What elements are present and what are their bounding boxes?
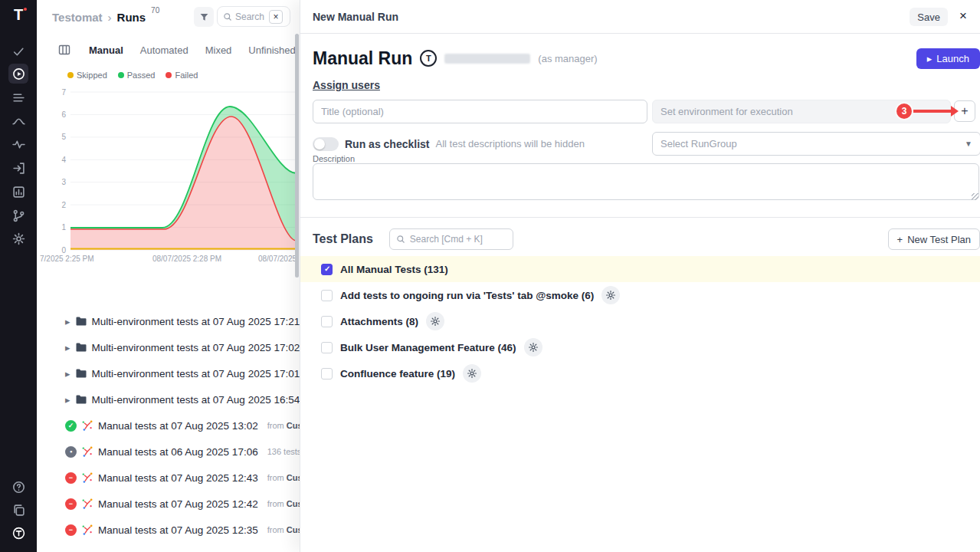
svg-text:5: 5 [61, 133, 66, 141]
test-plan-label[interactable]: Bulk User Management Feature (46) [340, 342, 516, 353]
checkbox-checked[interactable] [321, 264, 333, 275]
analytics-wave-icon[interactable] [8, 111, 28, 131]
help-icon[interactable] [8, 477, 28, 497]
assignee-avatar[interactable]: T [420, 50, 437, 67]
runs-tabs: Manual Automated Mixed Unfinished [37, 38, 300, 61]
test-list-icon[interactable] [8, 87, 28, 107]
run-meta: 136 tests [267, 447, 302, 456]
chevron-right-icon[interactable]: ▸ [65, 316, 70, 327]
run-label[interactable]: Multi-environment tests at 07 Aug 2025 1… [92, 368, 300, 380]
chevron-right-icon[interactable]: ▸ [65, 342, 70, 353]
folder-icon [75, 393, 87, 406]
runs-play-icon[interactable] [8, 64, 28, 84]
tab-manual[interactable]: Manual [89, 44, 123, 56]
run-label[interactable]: Manual tests at 07 Aug 2025 12:43 [98, 472, 258, 484]
test-plan-label[interactable]: All Manual Tests (131) [340, 264, 448, 275]
chevron-right-icon[interactable]: ▸ [65, 368, 70, 380]
new-test-plan-button[interactable]: +New Test Plan [888, 228, 980, 250]
gear-icon [605, 290, 616, 301]
test-plans-search-input[interactable] [410, 234, 494, 245]
runs-search-input[interactable] [235, 12, 266, 22]
breadcrumb-app[interactable]: Testomat [52, 11, 103, 24]
folder-icon [75, 367, 87, 380]
runs-search[interactable]: × [217, 6, 290, 27]
runs-area-chart: 7 6 5 4 3 2 1 0 7/2025 2:25 PM 08/07/202… [40, 87, 297, 264]
test-plan-row[interactable]: All Manual Tests (131) [300, 256, 980, 282]
funnel-icon [199, 12, 209, 22]
test-plan-label[interactable]: Confluence feature (19) [340, 368, 455, 380]
test-plan-settings-button[interactable] [524, 338, 542, 356]
checkbox[interactable] [321, 316, 333, 327]
app-rail: T [0, 0, 37, 552]
description-textarea[interactable] [313, 163, 979, 200]
run-label[interactable]: Manual tests at 07 Aug 2025 13:02 [98, 420, 258, 432]
run-title-input[interactable] [313, 100, 647, 123]
test-plan-row[interactable]: Add tests to ongoing run via 'Tests' tab… [300, 282, 980, 308]
checkbox[interactable] [321, 290, 333, 301]
tasks-check-icon[interactable] [8, 41, 28, 61]
app-logo-icon[interactable]: T [0, 6, 37, 24]
tab-unfinished[interactable]: Unfinished [248, 44, 295, 56]
test-plan-settings-button[interactable] [601, 286, 620, 304]
checkbox[interactable] [321, 342, 333, 353]
test-plan-label[interactable]: Add tests to ongoing run via 'Tests' tab… [340, 290, 594, 301]
close-icon[interactable]: × [954, 7, 972, 25]
import-icon[interactable] [8, 158, 28, 178]
report-chart-icon[interactable] [8, 182, 28, 202]
drawer-title: New Manual Run [313, 11, 398, 23]
chevron-right-icon[interactable]: ▸ [65, 394, 70, 406]
breadcrumb-section[interactable]: Runs [117, 11, 146, 24]
run-row[interactable]: ▪ Manual tests at 06 Aug 2025 17:06 136 … [37, 439, 300, 465]
assignee-name-redacted [444, 54, 530, 64]
run-label[interactable]: Multi-environment tests at 07 Aug 2025 1… [92, 316, 300, 327]
pulse-icon[interactable] [8, 134, 28, 154]
gear-icon [430, 316, 441, 327]
test-plan-row[interactable]: Attachments (8) [300, 308, 980, 334]
panel-scrollbar[interactable] [295, 34, 299, 278]
checkbox[interactable] [321, 368, 333, 380]
drawer-header: New Manual Run Save × [300, 0, 980, 34]
run-folder-row[interactable]: ▸ Multi-environment tests at 07 Aug 2025… [37, 360, 300, 386]
run-label[interactable]: Multi-environment tests at 07 Aug 2025 1… [92, 394, 300, 406]
test-plan-label[interactable]: Attachments (8) [340, 316, 418, 327]
search-clear-button[interactable]: × [269, 10, 283, 24]
legend-passed: Passed [118, 71, 156, 80]
run-row[interactable]: − Manual tests at 07 Aug 2025 12:35 from… [37, 517, 300, 543]
test-plans-search[interactable] [389, 228, 513, 250]
settings-gear-icon[interactable] [8, 228, 28, 248]
run-row[interactable]: ✓ Manual tests at 07 Aug 2025 13:02 from… [37, 412, 300, 439]
profile-logo-icon[interactable] [8, 523, 28, 543]
run-label[interactable]: Manual tests at 07 Aug 2025 12:42 [98, 498, 258, 510]
test-plan-row[interactable]: Confluence feature (19) [300, 360, 980, 386]
run-hero: Manual Run T (as manager) ▸Launch [313, 43, 980, 74]
run-folder-row[interactable]: ▸ Multi-environment tests at 07 Aug 2025… [37, 386, 300, 412]
search-icon [396, 235, 405, 244]
branch-icon[interactable] [8, 205, 28, 225]
runs-count-badge: 70 [151, 6, 159, 15]
filter-button[interactable] [194, 7, 214, 27]
firework-icon [81, 419, 93, 432]
firework-icon [81, 472, 93, 484]
launch-button[interactable]: ▸Launch [916, 48, 980, 69]
failed-dot-icon [166, 72, 172, 78]
run-label[interactable]: Manual tests at 07 Aug 2025 12:35 [98, 524, 258, 536]
rungroup-select[interactable]: Select RunGroup ▼ [652, 132, 980, 156]
run-folder-row[interactable]: ▸ Multi-environment tests at 07 Aug 2025… [37, 334, 300, 360]
tab-automated[interactable]: Automated [140, 44, 188, 56]
run-folder-row[interactable]: ▸ Multi-environment tests at 07 Aug 2025… [37, 308, 300, 334]
status-failed-icon: − [65, 472, 77, 484]
test-plan-row[interactable]: Bulk User Management Feature (46) [300, 334, 980, 360]
assign-users-link[interactable]: Assign users [313, 79, 380, 91]
run-row[interactable]: − Manual tests at 07 Aug 2025 12:42 from… [37, 491, 300, 517]
checklist-toggle[interactable] [313, 137, 339, 151]
tab-mixed[interactable]: Mixed [205, 44, 232, 56]
test-plan-settings-button[interactable] [463, 364, 481, 383]
copy-icon[interactable] [8, 500, 28, 520]
chart-legend: Skipped Passed Failed [67, 71, 198, 80]
run-row[interactable]: − Manual tests at 07 Aug 2025 12:43 from… [37, 465, 300, 491]
save-button[interactable]: Save [910, 8, 948, 26]
run-label[interactable]: Multi-environment tests at 07 Aug 2025 1… [92, 342, 300, 353]
legend-skipped: Skipped [67, 71, 107, 80]
test-plan-settings-button[interactable] [426, 312, 444, 330]
run-label[interactable]: Manual tests at 06 Aug 2025 17:06 [98, 446, 258, 458]
